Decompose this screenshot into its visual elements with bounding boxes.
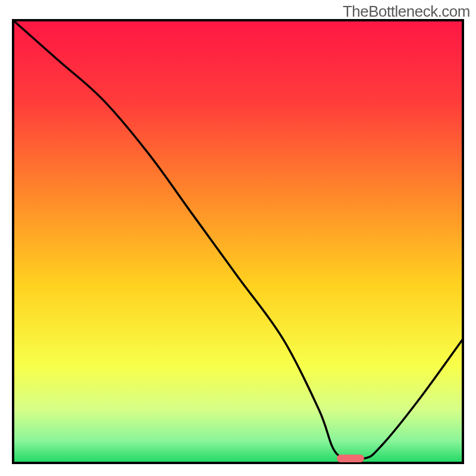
optimal-marker <box>337 455 364 462</box>
watermark-text: TheBottleneck.com <box>343 2 470 21</box>
bottleneck-chart: TheBottleneck.com <box>0 0 476 476</box>
chart-svg <box>0 0 476 476</box>
plot-background <box>13 20 463 463</box>
